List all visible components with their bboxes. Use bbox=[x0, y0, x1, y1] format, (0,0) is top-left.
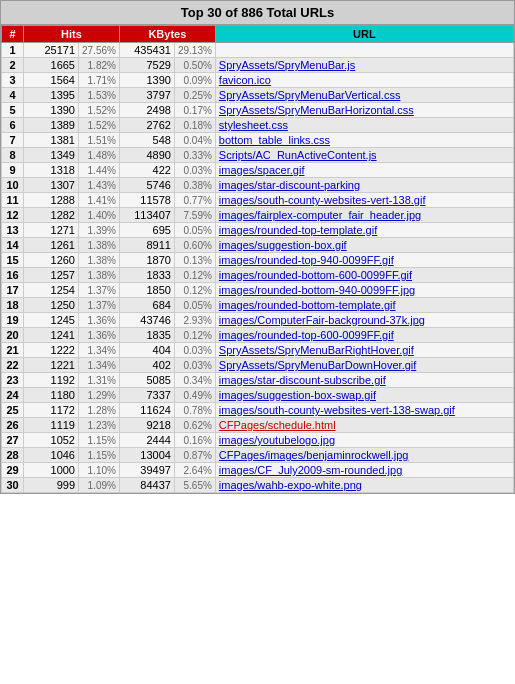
row-kb: 402 bbox=[119, 358, 174, 373]
row-url[interactable]: images/youtubelogo.jpg bbox=[215, 433, 513, 448]
row-kb-pct: 0.03% bbox=[174, 358, 215, 373]
row-kb-pct: 0.62% bbox=[174, 418, 215, 433]
row-url[interactable]: images/rounded-bottom-template.gif bbox=[215, 298, 513, 313]
row-hits-pct: 1.39% bbox=[79, 223, 120, 238]
row-url[interactable]: images/south-county-websites-vert-138.gi… bbox=[215, 193, 513, 208]
url-link[interactable]: images/youtubelogo.jpg bbox=[219, 434, 335, 446]
url-link[interactable]: images/star-discount-subscribe.gif bbox=[219, 374, 386, 386]
row-hits: 1172 bbox=[24, 403, 79, 418]
row-url[interactable]: images/suggestion-box.gif bbox=[215, 238, 513, 253]
row-url[interactable]: SpryAssets/SpryMenuBarDownHover.gif bbox=[215, 358, 513, 373]
row-hits-pct: 1.38% bbox=[79, 238, 120, 253]
row-url[interactable]: favicon.ico bbox=[215, 73, 513, 88]
url-link[interactable]: SpryAssets/SpryMenuBarDownHover.gif bbox=[219, 359, 416, 371]
url-link[interactable]: images/rounded-bottom-template.gif bbox=[219, 299, 396, 311]
url-link[interactable]: stylesheet.css bbox=[219, 119, 288, 131]
row-url[interactable]: images/spacer.gif bbox=[215, 163, 513, 178]
row-number: 27 bbox=[2, 433, 24, 448]
row-url[interactable]: stylesheet.css bbox=[215, 118, 513, 133]
row-hits: 1564 bbox=[24, 73, 79, 88]
row-url[interactable]: SpryAssets/SpryMenuBarVertical.css bbox=[215, 88, 513, 103]
row-url[interactable]: images/CF_July2009-sm-rounded.jpg bbox=[215, 463, 513, 478]
table-row: 1412611.38%89110.60%images/suggestion-bo… bbox=[2, 238, 514, 253]
row-url[interactable]: images/suggestion-box-swap.gif bbox=[215, 388, 513, 403]
url-link[interactable]: images/rounded-top-940-0099FF.gif bbox=[219, 254, 394, 266]
row-url[interactable]: bottom_table_links.css bbox=[215, 133, 513, 148]
row-kb: 11578 bbox=[119, 193, 174, 208]
url-link[interactable]: SpryAssets/SpryMenuBarVertical.css bbox=[219, 89, 401, 101]
row-hits: 1261 bbox=[24, 238, 79, 253]
row-kb-pct: 0.03% bbox=[174, 343, 215, 358]
url-link[interactable]: images/suggestion-box-swap.gif bbox=[219, 389, 376, 401]
url-link[interactable]: images/ComputerFair-background-37k.jpg bbox=[219, 314, 425, 326]
url-link[interactable]: Scripts/AC_RunActiveContent.js bbox=[219, 149, 377, 161]
row-url[interactable]: images/rounded-top-940-0099FF.gif bbox=[215, 253, 513, 268]
row-url[interactable]: images/rounded-top-template.gif bbox=[215, 223, 513, 238]
row-kb: 4890 bbox=[119, 148, 174, 163]
row-url[interactable]: images/rounded-top-600-0099FF.gif bbox=[215, 328, 513, 343]
row-hits-pct: 1.52% bbox=[79, 103, 120, 118]
row-hits-pct: 1.51% bbox=[79, 133, 120, 148]
table-row: 2411801.29%73370.49%images/suggestion-bo… bbox=[2, 388, 514, 403]
url-link[interactable]: favicon.ico bbox=[219, 74, 271, 86]
row-url[interactable]: CFPages/schedule.html bbox=[215, 418, 513, 433]
url-link[interactable]: SpryAssets/SpryMenuBarHorizontal.css bbox=[219, 104, 414, 116]
url-link[interactable]: images/spacer.gif bbox=[219, 164, 305, 176]
row-url[interactable]: SpryAssets/SpryMenuBarHorizontal.css bbox=[215, 103, 513, 118]
url-link[interactable]: SpryAssets/SpryMenuBarRightHover.gif bbox=[219, 344, 414, 356]
row-kb-pct: 5.65% bbox=[174, 478, 215, 493]
url-link[interactable]: SpryAssets/SpryMenuBar.js bbox=[219, 59, 355, 71]
url-link[interactable]: images/CF_July2009-sm-rounded.jpg bbox=[219, 464, 402, 476]
row-kb-pct: 0.17% bbox=[174, 103, 215, 118]
row-kb-pct: 0.50% bbox=[174, 58, 215, 73]
table-row: 513901.52%24980.17%SpryAssets/SpryMenuBa… bbox=[2, 103, 514, 118]
row-url[interactable]: images/rounded-bottom-940-0099FF.jpg bbox=[215, 283, 513, 298]
row-number: 14 bbox=[2, 238, 24, 253]
row-url[interactable]: images/star-discount-subscribe.gif bbox=[215, 373, 513, 388]
url-link[interactable]: bottom_table_links.css bbox=[219, 134, 330, 146]
row-kb-pct: 29.13% bbox=[174, 43, 215, 58]
row-url[interactable]: SpryAssets/SpryMenuBar.js bbox=[215, 58, 513, 73]
row-url[interactable]: Scripts/AC_RunActiveContent.js bbox=[215, 148, 513, 163]
url-link[interactable]: images/south-county-websites-vert-138-sw… bbox=[219, 404, 455, 416]
row-url[interactable]: images/rounded-bottom-600-0099FF.gif bbox=[215, 268, 513, 283]
row-number: 28 bbox=[2, 448, 24, 463]
url-link[interactable]: images/rounded-top-template.gif bbox=[219, 224, 377, 236]
col-header-hits: Hits bbox=[24, 26, 120, 43]
row-kb: 11624 bbox=[119, 403, 174, 418]
row-kb: 9218 bbox=[119, 418, 174, 433]
url-link[interactable]: images/rounded-bottom-940-0099FF.jpg bbox=[219, 284, 415, 296]
row-number: 13 bbox=[2, 223, 24, 238]
row-url[interactable]: images/star-discount-parking bbox=[215, 178, 513, 193]
col-header-num: # bbox=[2, 26, 24, 43]
row-url[interactable]: CFPages/images/benjaminrockwell.jpg bbox=[215, 448, 513, 463]
url-link[interactable]: images/rounded-bottom-600-0099FF.gif bbox=[219, 269, 412, 281]
row-hits: 1288 bbox=[24, 193, 79, 208]
row-url[interactable]: images/fairplex-computer_fair_header.jpg bbox=[215, 208, 513, 223]
url-link[interactable]: CFPages/images/benjaminrockwell.jpg bbox=[219, 449, 409, 461]
row-kb-pct: 0.77% bbox=[174, 193, 215, 208]
row-url[interactable]: SpryAssets/SpryMenuBarRightHover.gif bbox=[215, 343, 513, 358]
row-hits: 999 bbox=[24, 478, 79, 493]
row-hits-pct: 1.34% bbox=[79, 358, 120, 373]
table-row: 2212211.34%4020.03%SpryAssets/SpryMenuBa… bbox=[2, 358, 514, 373]
row-hits-pct: 1.28% bbox=[79, 403, 120, 418]
row-url[interactable]: images/south-county-websites-vert-138-sw… bbox=[215, 403, 513, 418]
url-link[interactable]: CFPages/schedule.html bbox=[219, 419, 336, 431]
url-link[interactable]: images/south-county-websites-vert-138.gi… bbox=[219, 194, 426, 206]
table-row: 713811.51%5480.04%bottom_table_links.css bbox=[2, 133, 514, 148]
row-kb: 8911 bbox=[119, 238, 174, 253]
row-url[interactable]: images/ComputerFair-background-37k.jpg bbox=[215, 313, 513, 328]
url-link[interactable]: images/fairplex-computer_fair_header.jpg bbox=[219, 209, 421, 221]
table-row: 2511721.28%116240.78%images/south-county… bbox=[2, 403, 514, 418]
row-hits-pct: 1.52% bbox=[79, 118, 120, 133]
row-kb-pct: 0.25% bbox=[174, 88, 215, 103]
row-hits-pct: 1.10% bbox=[79, 463, 120, 478]
url-link[interactable]: images/rounded-top-600-0099FF.gif bbox=[219, 329, 394, 341]
row-url[interactable]: images/wahb-expo-white.png bbox=[215, 478, 513, 493]
row-hits: 1318 bbox=[24, 163, 79, 178]
url-link[interactable]: images/suggestion-box.gif bbox=[219, 239, 347, 251]
row-hits-pct: 1.41% bbox=[79, 193, 120, 208]
url-link[interactable]: images/wahb-expo-white.png bbox=[219, 479, 362, 491]
url-link[interactable]: images/star-discount-parking bbox=[219, 179, 360, 191]
